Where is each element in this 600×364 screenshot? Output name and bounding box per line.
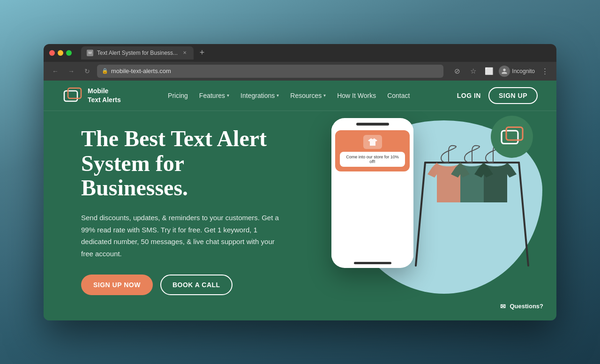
- traffic-lights: [49, 50, 72, 56]
- phone-screen: Come into our store for 10% off!: [331, 126, 413, 258]
- menu-icon[interactable]: ⋮: [539, 65, 551, 77]
- browser-window: M Text Alert System for Business... ✕ + …: [44, 44, 556, 320]
- svg-rect-8: [502, 131, 518, 144]
- nav-resources[interactable]: Resources ▾: [290, 92, 326, 99]
- signup-now-button[interactable]: SIGN UP NOW: [81, 275, 153, 295]
- main-nav: Mobile Text Alerts Pricing Features ▾ In…: [44, 81, 556, 111]
- lock-icon: 🔒: [102, 68, 108, 74]
- tab-title: Text Alert System for Business...: [97, 50, 178, 56]
- address-bar[interactable]: 🔒 mobile-text-alerts.com: [97, 65, 443, 78]
- hero-title: The Best Text Alert System for Businesse…: [81, 126, 287, 201]
- svg-rect-9: [506, 127, 523, 141]
- mta-logo-circle: [491, 116, 533, 158]
- resources-chevron-icon: ▾: [323, 93, 326, 98]
- website-content: Mobile Text Alerts Pricing Features ▾ In…: [44, 81, 556, 320]
- signup-button[interactable]: SIGN UP: [488, 87, 538, 104]
- incognito-avatar: [499, 66, 510, 77]
- svg-line-4: [519, 163, 528, 266]
- nav-features[interactable]: Features ▾: [199, 92, 229, 99]
- questions-button[interactable]: ✉ Questions?: [493, 298, 551, 315]
- svg-rect-1: [68, 88, 81, 98]
- integrations-chevron-icon: ▾: [277, 93, 279, 98]
- tab-close-button[interactable]: ✕: [181, 50, 188, 56]
- nav-cta: LOG IN SIGN UP: [457, 87, 538, 104]
- active-tab[interactable]: M Text Alert System for Business... ✕: [81, 46, 194, 59]
- extensions-icon[interactable]: ⬜: [483, 65, 495, 77]
- svg-line-3: [416, 163, 425, 266]
- close-button[interactable]: [49, 50, 55, 56]
- hero-buttons: SIGN UP NOW BOOK A CALL: [81, 275, 287, 295]
- hero-content: The Best Text Alert System for Businesse…: [81, 126, 287, 295]
- reload-button[interactable]: ↻: [81, 65, 93, 77]
- phone-bottom-bar: [354, 262, 391, 264]
- bookmark-icon[interactable]: ☆: [467, 65, 479, 77]
- cast-icon[interactable]: ⊘: [451, 65, 463, 77]
- phone-message-card: Come into our store for 10% off!: [335, 130, 410, 171]
- tab-bar: M Text Alert System for Business... ✕ +: [81, 46, 551, 59]
- hero-section: The Best Text Alert System for Businesse…: [44, 111, 556, 320]
- browser-titlebar: M Text Alert System for Business... ✕ +: [44, 44, 556, 62]
- nav-integrations[interactable]: Integrations ▾: [240, 92, 279, 99]
- incognito-badge[interactable]: Incognito: [499, 66, 535, 77]
- minimize-button[interactable]: [58, 50, 63, 56]
- browser-controls-bar: ← → ↻ 🔒 mobile-text-alerts.com ⊘ ☆ ⬜ Inc…: [44, 62, 556, 81]
- url-text: mobile-text-alerts.com: [111, 67, 439, 74]
- forward-button[interactable]: →: [65, 65, 77, 77]
- login-button[interactable]: LOG IN: [457, 92, 481, 99]
- tab-favicon: M: [87, 50, 93, 56]
- logo[interactable]: Mobile Text Alerts: [62, 87, 121, 104]
- phone-mockup: Come into our store for 10% off!: [331, 118, 413, 268]
- phone-message-text: Come into our store for 10% off!: [340, 152, 405, 167]
- hero-illustration: Come into our store for 10% off!: [294, 111, 556, 320]
- new-tab-button[interactable]: +: [195, 46, 209, 59]
- nav-pricing[interactable]: Pricing: [168, 92, 188, 99]
- hero-description: Send discounts, updates, & reminders to …: [81, 212, 287, 260]
- tshirt-icon: [363, 135, 382, 149]
- book-call-button[interactable]: BOOK A CALL: [160, 275, 232, 295]
- incognito-label: Incognito: [512, 68, 535, 74]
- logo-text: Mobile Text Alerts: [88, 87, 121, 104]
- nav-links: Pricing Features ▾ Integrations ▾ Resour…: [168, 92, 410, 99]
- logo-icon: [62, 87, 83, 104]
- nav-contact[interactable]: Contact: [387, 92, 410, 99]
- questions-label: Questions?: [510, 303, 543, 310]
- back-button[interactable]: ←: [49, 65, 61, 77]
- browser-actions: ⊘ ☆ ⬜ Incognito ⋮: [451, 65, 551, 77]
- maximize-button[interactable]: [66, 50, 72, 56]
- features-chevron-icon: ▾: [227, 93, 229, 98]
- envelope-icon: ✉: [500, 303, 506, 310]
- nav-how-it-works[interactable]: How It Works: [337, 92, 376, 99]
- svg-rect-0: [64, 91, 77, 101]
